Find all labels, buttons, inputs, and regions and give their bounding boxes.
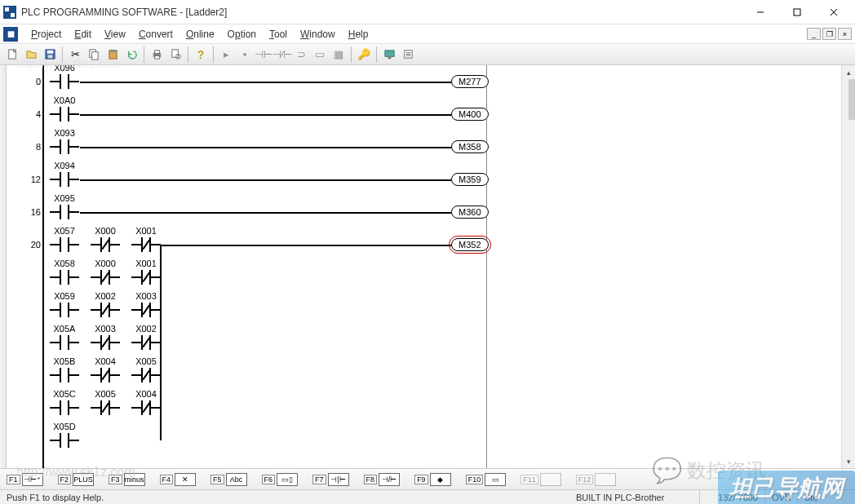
fkey-f4[interactable]: F4 ✕	[160, 473, 197, 486]
menu-tool[interactable]: Tool	[263, 27, 294, 42]
ladder-contact[interactable]: X002	[88, 302, 122, 318]
menu-window[interactable]: Window	[294, 27, 342, 42]
scroll-up-button[interactable]: ▴	[843, 65, 855, 79]
fkey-icon: ⊣/⊢	[379, 473, 400, 486]
ladder-contact[interactable]: X004	[88, 367, 122, 383]
scroll-down-button[interactable]: ▾	[843, 454, 855, 468]
contact-label: X002	[135, 324, 157, 334]
ladder-coil[interactable]: M360	[451, 206, 489, 219]
ladder-coil[interactable]: M400	[451, 108, 489, 121]
ladder-coil[interactable]: M277	[451, 75, 489, 88]
ladder-contact[interactable]: X05D	[47, 432, 82, 449]
ladder-contact[interactable]: X057	[47, 237, 82, 253]
fkey-f7[interactable]: F7 ⊣|⊢	[312, 473, 349, 486]
fkey-label: F1	[7, 475, 20, 484]
ladder-contact[interactable]: X003	[88, 334, 122, 351]
status-step: 132/ 7680	[700, 490, 765, 504]
ladder-contact[interactable]: X093	[47, 139, 82, 155]
cut-button[interactable]: ✂	[66, 46, 84, 64]
contact-label: X005	[135, 356, 157, 366]
status-extra: Ste	[798, 490, 855, 504]
fkey-f3[interactable]: F3 minus	[109, 473, 145, 486]
help-button[interactable]: ?	[192, 46, 210, 64]
ladder-contact[interactable]: X05C	[47, 400, 82, 416]
fkey-f12: F12	[576, 473, 617, 486]
menu-option[interactable]: Option	[221, 27, 263, 42]
fkey-f1[interactable]: F1 ⊣⊢⁺	[7, 473, 43, 486]
ladder-contact[interactable]: X000	[88, 269, 122, 285]
mdi-minimize-button[interactable]: _	[807, 28, 821, 40]
rung-number: 12	[29, 175, 41, 184]
ladder-coil[interactable]: M352	[451, 238, 489, 251]
ladder-contact[interactable]: X000	[88, 237, 122, 253]
ladder-contact[interactable]: X059	[47, 302, 82, 318]
function-button: ▭	[311, 46, 329, 64]
ladder-contact[interactable]: X005	[88, 400, 122, 416]
minimize-button[interactable]	[742, 1, 778, 24]
print-button[interactable]	[148, 46, 166, 64]
key-button[interactable]: 🔑	[355, 46, 373, 64]
menu-help[interactable]: Help	[342, 27, 375, 42]
new-button[interactable]	[3, 46, 21, 64]
ladder-contact[interactable]: X094	[47, 171, 82, 188]
mdi-close-button[interactable]: ×	[838, 28, 852, 40]
menu-project[interactable]: Project	[24, 27, 68, 42]
ladder-wire	[80, 179, 451, 181]
list-button[interactable]	[399, 46, 417, 64]
open-button[interactable]	[22, 46, 40, 64]
ladder-contact[interactable]: X005	[129, 367, 163, 383]
close-button[interactable]	[815, 1, 852, 24]
menu-convert[interactable]: Convert	[132, 27, 179, 42]
menu-view[interactable]: View	[98, 27, 132, 42]
fkey-f8[interactable]: F8 ⊣/⊢	[364, 473, 401, 486]
save-button[interactable]	[41, 46, 59, 64]
fkey-f10[interactable]: F10 ▭	[466, 473, 507, 486]
ladder-contact[interactable]: X058	[47, 269, 82, 285]
ladder-contact[interactable]: X001	[129, 269, 163, 285]
coil-label: M400	[451, 108, 489, 121]
fkey-f9[interactable]: F9 ◆	[414, 473, 451, 486]
menu-edit[interactable]: Edit	[68, 27, 98, 42]
contact-label: X05A	[54, 324, 76, 334]
undo-button[interactable]	[122, 46, 140, 64]
ladder-contact[interactable]: X095	[47, 204, 82, 220]
ladder-contact[interactable]: X003	[129, 302, 163, 318]
ladder-contact[interactable]: X004	[129, 400, 163, 416]
app-icon	[3, 6, 16, 19]
fkey-label: F5	[210, 475, 224, 484]
menu-online[interactable]: Online	[179, 27, 221, 42]
ladder-coil[interactable]: M358	[451, 140, 489, 153]
ladder-editor[interactable]: 0 X096 M277 4 X0A0 M400 8 X093	[7, 65, 841, 468]
ladder-coil[interactable]: M359	[451, 173, 489, 186]
maximize-button[interactable]	[778, 1, 815, 24]
mdi-restore-button[interactable]: ❐	[822, 28, 836, 40]
contact-label: X05D	[53, 422, 76, 431]
copy-button[interactable]	[85, 46, 103, 64]
fkey-icon: ▭▯	[277, 473, 298, 486]
fkey-icon: ✕	[175, 473, 196, 486]
fkey-label: F6	[262, 475, 276, 484]
vertical-scrollbar[interactable]: ▴ ▾	[841, 65, 855, 468]
coil-label: M352	[451, 238, 489, 251]
monitor-button[interactable]	[380, 46, 398, 64]
svg-rect-13	[154, 51, 159, 54]
ladder-contact[interactable]: X05B	[47, 367, 82, 383]
scroll-thumb[interactable]	[848, 79, 855, 120]
run-button: ▸	[217, 46, 235, 64]
ladder-contact[interactable]: X096	[47, 73, 82, 90]
ladder-contact[interactable]: X05A	[47, 334, 82, 351]
ladder-contact[interactable]: X001	[129, 237, 163, 253]
fkey-f5[interactable]: F5 Abc	[210, 473, 247, 486]
svg-rect-14	[154, 55, 159, 59]
contact-label: X004	[95, 356, 116, 366]
ladder-contact[interactable]: X0A0	[47, 106, 82, 122]
fkey-f6[interactable]: F6 ▭▯	[262, 473, 299, 486]
ladder-wire	[80, 114, 451, 116]
paste-button[interactable]	[104, 46, 122, 64]
ladder-contact[interactable]: X002	[129, 334, 163, 351]
fkey-f2[interactable]: F2 PLUS	[58, 473, 95, 486]
contact-label: X000	[95, 226, 116, 236]
fkey-icon: ⊣|⊢	[328, 473, 349, 486]
print-preview-button[interactable]	[166, 46, 184, 64]
svg-rect-1	[794, 9, 800, 15]
